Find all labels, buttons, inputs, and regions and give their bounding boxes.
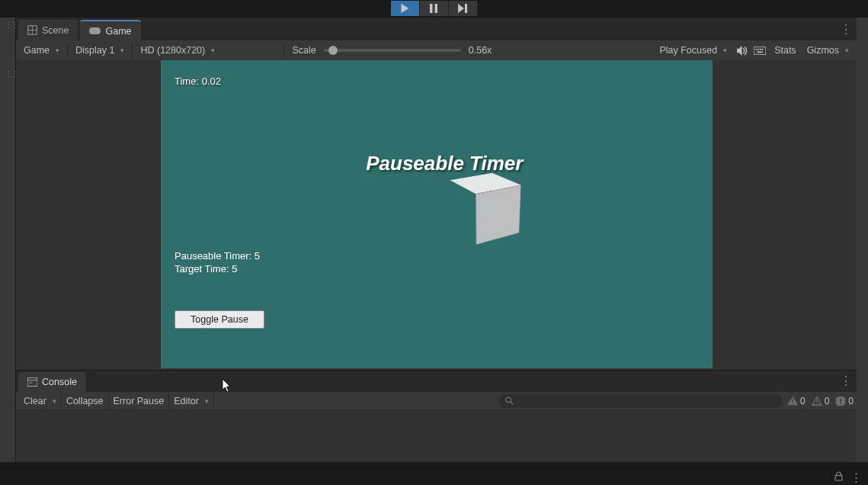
- cube-mesh: [450, 181, 519, 250]
- scale-value: 0.56x: [469, 45, 492, 56]
- svg-rect-2: [465, 4, 467, 13]
- lock-button[interactable]: [834, 471, 843, 483]
- info-count[interactable]: 0: [787, 396, 806, 406]
- statusbar-menu-button[interactable]: [850, 471, 862, 484]
- left-dock-gutter[interactable]: ⋮⋮ ⋮⋮: [0, 18, 16, 462]
- resolution-label: HD (1280x720): [140, 45, 205, 56]
- scene-icon: [27, 25, 37, 35]
- time-label: Time: 0.02: [175, 75, 221, 87]
- tab-game-label: Game: [105, 26, 131, 37]
- svg-rect-18: [792, 402, 793, 403]
- play-controls: [0, 0, 868, 16]
- scale-slider[interactable]: [324, 49, 461, 52]
- separator: [67, 43, 68, 57]
- step-button[interactable]: [449, 1, 478, 16]
- stats-label: Stats: [774, 45, 796, 56]
- svg-rect-21: [841, 398, 841, 401]
- gizmos-label: Gizmos: [807, 45, 839, 56]
- scale-label: Scale: [292, 45, 315, 56]
- pause-icon: [430, 4, 437, 13]
- svg-rect-6: [754, 47, 766, 55]
- dock-grip[interactable]: ⋮⋮: [5, 69, 17, 78]
- svg-rect-8: [757, 48, 759, 50]
- svg-line-16: [511, 402, 513, 404]
- tab-scene[interactable]: Scene: [18, 20, 78, 40]
- console-icon: [27, 377, 37, 387]
- search-icon: [505, 397, 514, 405]
- svg-point-15: [506, 397, 511, 403]
- game-toolbar: Game Display 1 HD (1280x720) Scale 0.56x…: [16, 40, 857, 60]
- clear-button[interactable]: Clear: [19, 393, 62, 410]
- svg-rect-10: [762, 48, 764, 50]
- warning-icon: [812, 396, 822, 406]
- focus-mode-label: Play Focused: [659, 45, 717, 56]
- svg-rect-19: [816, 400, 817, 403]
- svg-rect-12: [27, 377, 37, 386]
- resolution-dropdown[interactable]: HD (1280x720): [136, 42, 280, 59]
- warn-count[interactable]: 0: [812, 396, 830, 406]
- tab-scene-label: Scene: [42, 25, 69, 36]
- error-pause-button[interactable]: Error Pause: [109, 393, 170, 410]
- svg-rect-7: [756, 48, 757, 50]
- stats-button[interactable]: Stats: [770, 42, 801, 59]
- keyboard-icon: [754, 47, 766, 55]
- focus-mode-dropdown[interactable]: Play Focused: [655, 42, 732, 59]
- console-body[interactable]: [16, 410, 857, 461]
- lock-icon: [834, 471, 843, 481]
- svg-rect-20: [816, 403, 817, 403]
- error-count[interactable]: 0: [835, 396, 854, 406]
- play-button[interactable]: [391, 1, 420, 16]
- console-search-input[interactable]: [499, 394, 783, 408]
- play-icon: [401, 4, 409, 13]
- tab-console[interactable]: Console: [18, 372, 86, 392]
- console-tabs: Console: [16, 371, 857, 392]
- dock-grip[interactable]: ⋮⋮: [5, 21, 17, 29]
- collapse-button[interactable]: Collapse: [62, 393, 109, 410]
- slider-thumb[interactable]: [328, 46, 338, 55]
- separator: [132, 43, 133, 57]
- tab-game[interactable]: Game: [80, 20, 140, 40]
- svg-rect-9: [760, 48, 761, 50]
- statusbar: [0, 468, 868, 485]
- svg-rect-17: [792, 399, 793, 402]
- toggle-pause-label: Toggle Pause: [191, 314, 248, 325]
- game-icon: [89, 27, 101, 35]
- separator: [283, 43, 284, 57]
- console-menu-button[interactable]: [840, 374, 852, 388]
- info-icon: [787, 396, 798, 406]
- audio-icon: [736, 46, 748, 56]
- svg-rect-22: [841, 403, 841, 403]
- view-mode-dropdown[interactable]: Game: [19, 42, 64, 59]
- mute-button[interactable]: [733, 43, 750, 58]
- console-counts: 0 0 0: [787, 396, 854, 406]
- console-tab-label: Console: [42, 377, 77, 387]
- view-mode-label: Game: [24, 45, 50, 56]
- editor-dropdown[interactable]: Editor: [169, 393, 214, 410]
- toggle-pause-button[interactable]: Toggle Pause: [175, 310, 264, 329]
- display-dropdown[interactable]: Display 1: [71, 42, 129, 59]
- svg-rect-23: [835, 475, 842, 480]
- game-render-area: Time: 0.02 Pauseable Timer Pauseable Tim…: [161, 60, 713, 368]
- right-dock-gutter[interactable]: [857, 18, 868, 462]
- scale-control: Scale 0.56x: [287, 42, 496, 59]
- svg-rect-11: [757, 51, 763, 53]
- console-toolbar: Clear Collapse Error Pause Editor 0 0 0: [16, 392, 857, 410]
- svg-rect-0: [430, 4, 433, 13]
- panel-menu-button[interactable]: [840, 22, 852, 37]
- console-panel: Console Clear Collapse Error Pause Edito…: [16, 370, 857, 461]
- display-label: Display 1: [75, 45, 114, 56]
- step-icon: [458, 4, 467, 13]
- svg-rect-1: [435, 4, 438, 13]
- info-labels: Pauseable Timer: 5 Target Time: 5: [175, 249, 260, 275]
- keyboard-button[interactable]: [751, 43, 768, 58]
- scene-title: Pauseable Timer: [366, 152, 523, 175]
- error-icon: [835, 396, 846, 406]
- panel-tabs: Scene Game: [16, 18, 857, 40]
- pause-button[interactable]: [420, 1, 449, 16]
- gizmos-dropdown[interactable]: Gizmos: [802, 42, 854, 59]
